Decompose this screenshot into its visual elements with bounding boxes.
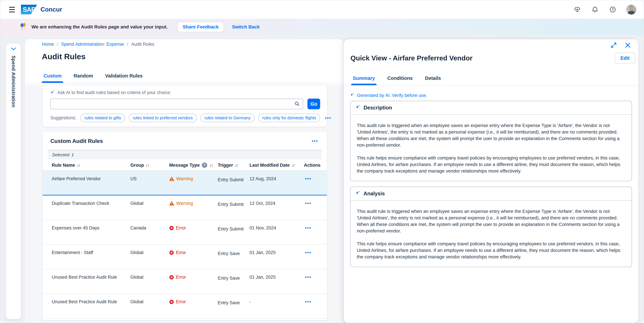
cell-trigger: Entry Submit (218, 201, 250, 207)
cell-message-type: Warning (169, 176, 218, 182)
cell-group: Global (130, 201, 169, 206)
close-icon[interactable] (624, 41, 632, 49)
cell-rule-name: Unused Best Practice Audit Rule (52, 275, 130, 280)
brand-logo[interactable]: SAP Concur (21, 5, 62, 14)
description-title: Description (364, 105, 392, 111)
app-window: SAP Concur ? (0, 0, 644, 323)
tab-summary[interactable]: Summary (351, 76, 376, 85)
suggestion-pill-preferred-vendors[interactable]: rules linked to preferred vendors (129, 114, 197, 122)
row-actions-icon[interactable]: ••• (304, 299, 312, 304)
sort-icon[interactable]: ↓↑ (210, 163, 213, 168)
cell-rule-name: Duplicate Transaction Check (52, 201, 130, 206)
sort-icon[interactable]: ↓↑ (235, 163, 238, 168)
switch-back-link[interactable]: Switch Back (232, 24, 260, 30)
breadcrumb-spend-administration-expense[interactable]: Spend Administration: Expense (61, 42, 124, 47)
search-icon[interactable] (294, 101, 300, 107)
tab-random[interactable]: Random (72, 73, 95, 83)
ai-search-field-wrap (50, 98, 303, 109)
description-paragraph: This rule helps ensure compliance with c… (357, 155, 624, 174)
sort-icon[interactable]: ↓↑ (77, 163, 80, 168)
hamburger-menu-button[interactable] (7, 5, 16, 14)
main-panel: Home / Spend Administration: Expense / A… (25, 39, 344, 323)
go-button[interactable]: Go (308, 98, 320, 109)
brand-name: Concur (40, 6, 62, 13)
error-icon (169, 275, 174, 280)
chevron-down-icon[interactable] (11, 48, 16, 51)
quick-view-panel: Quick View - Airfare Preferred Vendor Ed… (344, 39, 638, 323)
sort-icon[interactable]: ↓↑ (146, 163, 149, 168)
tab-validation-rules[interactable]: Validation Rules (104, 73, 144, 83)
cell-rule-name: Unused Best Practice Audit Rule (52, 299, 130, 304)
enhancement-banner: We are enhancing the Audit Rules page an… (0, 19, 644, 35)
table-row[interactable]: Entertainment - Staff Global Error Entry… (43, 245, 327, 269)
column-header-last-modified-date[interactable]: Last Modified Date ↓↑ (250, 163, 304, 168)
cell-last-modified: - (250, 299, 304, 304)
sap-logo-text: SAP (23, 6, 35, 13)
cell-group: Global (130, 299, 169, 304)
cell-group: US (130, 176, 169, 182)
help-icon[interactable]: ? (608, 5, 617, 14)
row-actions-icon[interactable]: ••• (304, 250, 312, 255)
cell-last-modified: 12 Oct, 2024 (250, 201, 304, 206)
ai-search-input[interactable] (50, 98, 303, 109)
cell-group: Canada (130, 226, 169, 230)
ai-sparkle-icon (350, 93, 354, 98)
ai-generated-note: Generated by AI. Verify before use. (350, 93, 632, 98)
breadcrumb-home[interactable]: Home (42, 42, 54, 47)
banner-message: We are enhancing the Audit Rules page an… (32, 24, 168, 30)
warning-icon (169, 201, 174, 206)
analysis-card: Analysis This audit rule is triggered wh… (350, 186, 632, 267)
share-feedback-button[interactable]: Share Feedback (178, 22, 224, 32)
table-row[interactable]: Airfare Preferred Vendor US Warning Entr… (43, 171, 327, 196)
sort-icon[interactable]: ↓↑ (291, 163, 294, 168)
expand-icon[interactable] (610, 41, 618, 49)
analysis-title: Analysis (364, 190, 385, 197)
column-header-actions: Actions (304, 163, 321, 168)
tab-conditions[interactable]: Conditions (386, 76, 414, 85)
description-card: Description This audit rule is triggered… (350, 101, 632, 181)
quick-view-title: Quick View - Airfare Preferred Vendor (350, 54, 472, 62)
column-header-trigger[interactable]: Trigger ↓↑ (218, 163, 250, 168)
table-row[interactable]: Unused Best Practice Audit Rule Global E… (43, 294, 327, 318)
bell-icon[interactable] (591, 5, 599, 14)
suggestion-pill-gifts[interactable]: rules related to gifts (80, 114, 125, 122)
top-bar: SAP Concur ? (0, 0, 644, 19)
row-actions-icon[interactable]: ••• (304, 201, 312, 206)
cell-message-type: Error (169, 299, 218, 304)
avatar[interactable] (626, 4, 636, 14)
row-actions-icon[interactable]: ••• (304, 176, 312, 181)
rail-label: Spend Administration (11, 56, 16, 108)
edit-button[interactable]: Edit (615, 53, 635, 64)
ai-sparkle-icon (356, 190, 360, 197)
topbar-actions: ? (573, 4, 636, 14)
suggestions-label: Suggestions: (50, 115, 76, 120)
column-header-message-type[interactable]: Message Type ? ↓↑ (169, 162, 218, 168)
error-icon (169, 226, 174, 230)
ai-sparkle-icon (50, 90, 55, 95)
main-panel-body: Ask AI to find audit rules based on crit… (25, 84, 344, 323)
cell-last-modified: 12 Aug, 2024 (250, 176, 304, 182)
suggestion-pill-domestic-flights[interactable]: rules only for domestic flights (258, 114, 320, 122)
row-actions-icon[interactable]: ••• (304, 275, 312, 280)
table-overflow-icon[interactable]: ••• (311, 138, 319, 144)
cell-group: Global (130, 250, 169, 255)
breadcrumb: Home / Spend Administration: Expense / A… (42, 42, 344, 47)
column-header-rule-name[interactable]: Rule Name ↓↑ (52, 163, 130, 168)
suggestion-pill-germany[interactable]: rules related to Germany (200, 114, 254, 122)
analysis-paragraph: This audit rule is triggered when an emp… (357, 208, 624, 234)
gem-icon[interactable] (573, 5, 582, 14)
column-header-group[interactable]: Group ↓↑ (130, 163, 169, 168)
spend-administration-rail[interactable]: Spend Administration (6, 44, 21, 319)
table-row[interactable]: Unused Best Practice Audit Rule Global E… (43, 269, 327, 294)
table-row[interactable]: Expenses over 45 Days Canada Error Entry… (43, 220, 327, 245)
tab-custom[interactable]: Custom (42, 73, 63, 83)
more-suggestions-icon[interactable]: ••• (324, 116, 332, 120)
cell-rule-name: Entertainment - Staff (52, 250, 130, 255)
tab-details[interactable]: Details (424, 76, 443, 85)
table-row[interactable]: Duplicate Transaction Check Global Warni… (43, 196, 327, 220)
warning-icon (169, 176, 174, 181)
message-type-help-icon[interactable]: ? (202, 162, 207, 168)
table-header-row: Rule Name ↓↑ Group ↓↑ Message Type ? ↓↑ … (43, 160, 327, 171)
cell-trigger: Entry Submit (218, 226, 250, 232)
row-actions-icon[interactable]: ••• (304, 226, 312, 230)
